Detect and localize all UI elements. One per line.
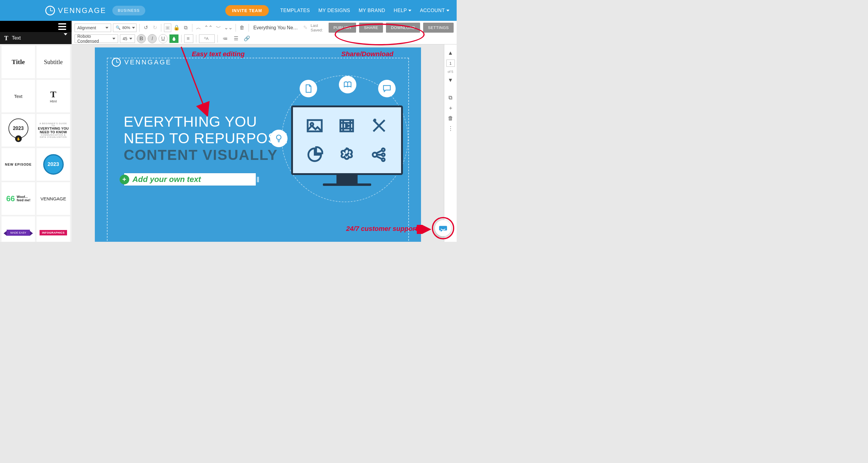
pie-chart-icon xyxy=(300,142,330,168)
design-tools-icon xyxy=(365,113,394,139)
lock-button[interactable]: 🔒 xyxy=(173,24,180,32)
support-chat-button[interactable] xyxy=(435,220,451,236)
work-area: Alignment 🔍80% ↺ ↻ ▣ 🔒 ⧉ ︿ ⌃⌃ ﹀ ⌄⌄ 🗑 Eve… xyxy=(71,21,457,242)
document-title[interactable]: Everything You Need ... xyxy=(252,25,300,31)
caret-down-icon xyxy=(408,10,411,11)
last-saved-label: Last Saved: xyxy=(310,23,327,32)
design-canvas[interactable]: VENNGAGE EVERYTHING YOU NEED TO REPURPOS… xyxy=(95,48,421,242)
prev-page-button[interactable]: ▲ xyxy=(447,49,454,57)
tile-woof[interactable]: 66Woof...feed me! xyxy=(1,182,35,215)
next-page-button[interactable]: ▼ xyxy=(447,77,454,84)
unordered-list-button[interactable]: ☰ xyxy=(231,34,240,43)
brand-text: VENNGAGE xyxy=(58,6,106,15)
document-icon xyxy=(300,80,317,97)
text-style-dropdown[interactable]: ᴬA xyxy=(199,34,215,43)
tile-blue-year[interactable]: 2023 xyxy=(36,148,70,181)
monitor-illustration xyxy=(291,106,403,184)
tile-title[interactable]: Title xyxy=(1,46,35,78)
tile-text[interactable]: Text xyxy=(1,80,35,112)
canvas-viewport[interactable]: VENNGAGE EVERYTHING YOU NEED TO REPURPOS… xyxy=(71,45,444,242)
undo-button[interactable]: ↺ xyxy=(142,24,150,32)
canvas-brand[interactable]: VENNGAGE xyxy=(112,58,172,67)
nav-links: TEMPLATES MY DESIGNS MY BRAND HELP ACCOU… xyxy=(280,8,450,13)
clock-icon xyxy=(45,6,55,16)
redo-button[interactable]: ↻ xyxy=(151,24,159,32)
network-icon xyxy=(365,142,394,168)
hamburger-icon[interactable] xyxy=(58,23,66,30)
delete-page-button[interactable]: 🗑 xyxy=(447,115,454,122)
tile-venngage-card[interactable]: VENNGAGE xyxy=(36,182,70,215)
bring-to-front-button[interactable]: ⌃⌃ xyxy=(204,24,213,32)
publish-button[interactable]: PUBLISH xyxy=(329,23,356,33)
canvas-headline[interactable]: EVERYTHING YOU NEED TO REPURPOSE CONTENT… xyxy=(124,113,288,164)
sidebar-section-text[interactable]: T Text xyxy=(0,32,71,44)
duplicate-page-button[interactable]: ⧉ xyxy=(447,94,454,101)
text-icon: T xyxy=(4,35,8,42)
tile-subtitle[interactable]: Subtitle xyxy=(36,46,70,78)
left-sidebar: T Text Title Subtitle Text THtml 2023✋ A… xyxy=(0,21,71,242)
top-navbar: VENNGAGE BUSINESS INVITE TEAM TEMPLATES … xyxy=(0,0,457,21)
font-size-dropdown[interactable]: 45 xyxy=(120,34,135,43)
link-button[interactable]: 🔗 xyxy=(242,34,251,43)
chat-icon xyxy=(378,80,396,97)
nav-templates[interactable]: TEMPLATES xyxy=(280,8,310,13)
text-color-button[interactable] xyxy=(169,34,179,43)
edit-title-icon[interactable]: ✎ xyxy=(302,24,309,32)
font-family-dropdown[interactable]: Roboto Condensed xyxy=(74,34,118,43)
tile-html[interactable]: THtml xyxy=(36,80,70,112)
group-button[interactable]: ▣ xyxy=(164,24,171,32)
canvas-illustration[interactable] xyxy=(275,81,414,202)
invite-team-button[interactable]: INVITE TEAM xyxy=(225,5,269,16)
svg-point-6 xyxy=(382,153,384,156)
bold-button[interactable]: B xyxy=(137,34,146,43)
clock-icon xyxy=(112,58,121,67)
svg-point-0 xyxy=(276,135,281,140)
zoom-dropdown[interactable]: 🔍80% xyxy=(113,24,136,32)
lightbulb-icon xyxy=(270,129,287,147)
underline-button[interactable]: U xyxy=(159,34,167,43)
sidebar-section-label: Text xyxy=(12,35,21,41)
caret-down-icon xyxy=(446,10,450,11)
image-icon xyxy=(300,113,330,139)
download-button[interactable]: DOWNLOAD xyxy=(386,23,420,33)
delete-button[interactable]: 🗑 xyxy=(239,24,246,32)
editor-toolbar: Alignment 🔍80% ↺ ↻ ▣ 🔒 ⧉ ︿ ⌃⌃ ﹀ ⌄⌄ 🗑 Eve… xyxy=(71,21,457,45)
add-text-box[interactable]: + Add your own text xyxy=(124,173,256,186)
svg-point-7 xyxy=(382,158,384,161)
action-bar: PUBLISH SHARE DOWNLOAD SETTINGS xyxy=(329,23,454,33)
resize-handle-icon[interactable] xyxy=(257,177,259,182)
italic-button[interactable]: I xyxy=(148,34,157,43)
send-backward-button[interactable]: ﹀ xyxy=(215,24,222,32)
send-to-back-button[interactable]: ⌄⌄ xyxy=(224,24,233,32)
text-align-dropdown[interactable]: ≡ xyxy=(184,34,193,43)
plus-icon[interactable]: + xyxy=(120,175,129,184)
page-number-input[interactable]: 1 xyxy=(446,60,455,67)
search-icon: 🔍 xyxy=(116,25,121,30)
add-page-button[interactable]: ＋ xyxy=(447,104,454,112)
text-templates-grid: Title Subtitle Text THtml 2023✋ A BEGINN… xyxy=(0,44,71,242)
copy-button[interactable]: ⧉ xyxy=(182,24,189,32)
nav-account[interactable]: ACCOUNT xyxy=(420,8,450,13)
book-icon xyxy=(339,76,356,93)
alignment-dropdown[interactable]: Alignment xyxy=(74,24,111,32)
tile-made-easy[interactable]: MADE EASY xyxy=(1,216,35,242)
tile-infographics[interactable]: INFOGRAPHICS xyxy=(36,216,70,242)
share-button[interactable]: SHARE xyxy=(359,23,383,33)
flower-icon xyxy=(332,142,362,168)
video-icon xyxy=(332,113,362,139)
more-options-button[interactable]: ⋮ xyxy=(447,125,454,132)
tile-new-episode[interactable]: NEW EPISODE xyxy=(1,148,35,181)
chevron-down-icon xyxy=(64,33,67,40)
nav-help[interactable]: HELP xyxy=(394,8,412,13)
page-count-label: of 5 xyxy=(447,70,453,74)
nav-my-brand[interactable]: MY BRAND xyxy=(359,8,385,13)
plan-badge[interactable]: BUSINESS xyxy=(112,6,145,16)
nav-my-designs[interactable]: MY DESIGNS xyxy=(318,8,350,13)
chat-bubble-icon xyxy=(438,224,447,233)
brand-logo[interactable]: VENNGAGE xyxy=(45,6,106,16)
tile-everything-know[interactable]: A BEGINNER'S GUIDE TOEVERYTHING YOU NEED… xyxy=(36,114,70,147)
settings-button[interactable]: SETTINGS xyxy=(423,23,454,33)
ordered-list-button[interactable]: ≔ xyxy=(220,34,229,43)
bring-forward-button[interactable]: ︿ xyxy=(195,24,203,32)
tile-year-circle[interactable]: 2023✋ xyxy=(1,114,35,147)
